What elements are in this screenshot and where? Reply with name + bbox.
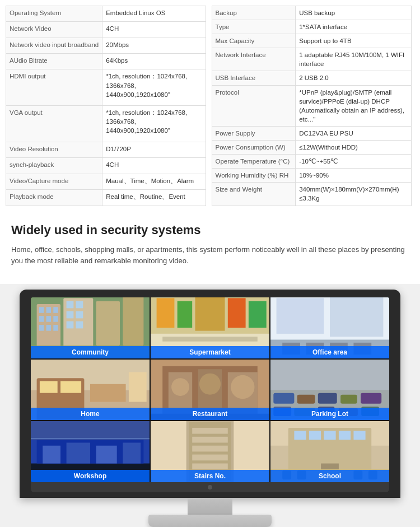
table-row: Protocol*UPnP (play&plug)/SMTP (email su…	[212, 85, 412, 126]
svg-point-56	[231, 375, 254, 399]
svg-rect-60	[273, 393, 294, 403]
spec-label: Network Interface	[212, 48, 296, 71]
svg-rect-15	[76, 311, 83, 319]
svg-rect-2	[39, 307, 44, 313]
table-row: Type1*SATA interface	[212, 20, 412, 34]
spec-label: USB Interface	[212, 71, 296, 85]
marketing-description: Home, office, schools, shopping malls, o…	[11, 244, 409, 268]
spec-value: ≤12W(Without HDD)	[296, 141, 412, 155]
specs-section: Operating SystemEmbedded Linux OSNetwork…	[0, 0, 420, 212]
image-grid: Community Supermarket Office area	[31, 297, 389, 482]
monitor-stand-base	[148, 515, 272, 527]
grid-cell-community: Community	[31, 297, 150, 358]
table-row: Power SupplyDC12V3A EU PSU	[212, 126, 412, 140]
spec-value: Embedded Linux OS	[102, 6, 206, 22]
svg-rect-17	[76, 321, 83, 329]
svg-rect-87	[192, 455, 228, 461]
table-row: Playback modeReal time、Routine、Event	[6, 190, 206, 206]
spec-label: HDMI output	[6, 69, 102, 106]
svg-rect-62	[318, 393, 337, 403]
table-row: Max CapacitySupport up to 4TB	[212, 34, 412, 48]
grid-cell-office: Office area	[270, 297, 389, 358]
svg-rect-96	[324, 431, 335, 440]
table-row: AUdio Bitrate64Kbps	[6, 54, 206, 69]
monitor-stand-neck	[188, 498, 232, 515]
grid-label-restaurant: Restaurant	[151, 408, 269, 420]
grid-cell-supermarket: Supermarket	[151, 297, 269, 358]
table-row: Working Humidity (%) RH10%~90%	[212, 169, 412, 183]
marketing-title: Widely used in security systems	[11, 223, 409, 237]
grid-label-school: School	[270, 470, 389, 482]
grid-cell-school: School	[270, 421, 389, 482]
spec-label: Operating System	[6, 6, 102, 22]
svg-rect-59	[270, 360, 389, 390]
svg-rect-85	[192, 437, 228, 443]
table-row: Size and Weight340mm(W)×180mm(V)×270mm(H…	[212, 183, 412, 206]
spec-label: Size and Weight	[212, 183, 296, 206]
spec-label: Network Video	[6, 22, 102, 38]
table-row: Video/Capture modeMaual、Time、Motion、Alar…	[6, 174, 206, 189]
spec-value: Real time、Routine、Event	[102, 190, 206, 206]
spec-label: Working Humidity (%) RH	[212, 169, 296, 183]
svg-rect-6	[46, 316, 51, 322]
spec-label: Network video input broadband	[6, 38, 102, 53]
spec-value: *UPnP (play&plug)/SMTP (email survice)/P…	[296, 85, 412, 126]
svg-rect-5	[39, 316, 44, 322]
svg-rect-46	[129, 372, 147, 402]
spec-value: 4CH	[102, 158, 206, 174]
svg-rect-75	[67, 443, 90, 464]
grid-cell-workshop: Workshop	[31, 421, 150, 482]
monitor-wrapper: Community Supermarket Office area	[20, 290, 400, 527]
svg-rect-25	[195, 297, 225, 331]
spec-value: 1 adaptable RJ45 10M/100M, 1 WIFI interf…	[296, 48, 412, 71]
grid-cell-parking: Parking Lot	[270, 360, 389, 421]
grid-label-office: Office area	[270, 346, 389, 358]
monitor-screen: Community Supermarket Office area	[31, 297, 389, 482]
table-row: Network Video4CH	[6, 22, 206, 38]
spec-label: Video Resolution	[6, 142, 102, 157]
grid-label-stairs: Stairs No.	[151, 470, 269, 482]
svg-rect-29	[162, 337, 258, 341]
spec-value: 10%~90%	[296, 169, 412, 183]
spec-label: Protocol	[212, 85, 296, 126]
spec-label: Power Consumption (W)	[212, 141, 296, 155]
grid-label-home: Home	[31, 408, 150, 420]
svg-rect-76	[96, 446, 117, 464]
svg-rect-4	[53, 307, 58, 313]
svg-rect-44	[60, 381, 81, 393]
svg-rect-77	[123, 443, 141, 464]
svg-rect-13	[76, 301, 83, 309]
svg-rect-88	[192, 464, 228, 470]
spec-label: Playback mode	[6, 190, 102, 206]
grid-label-supermarket: Supermarket	[151, 346, 269, 358]
spec-value: DC12V3A EU PSU	[296, 126, 412, 140]
svg-rect-78	[31, 421, 150, 440]
svg-rect-61	[297, 395, 315, 404]
svg-rect-3	[46, 307, 51, 313]
spec-value: Maual、Time、Motion、Alarm	[102, 174, 206, 189]
table-row: Operate Temperature (°C)-10℃~+55℃	[212, 155, 412, 169]
grid-label-workshop: Workshop	[31, 470, 150, 482]
spec-value: Support up to 4TB	[296, 34, 412, 48]
table-row: HDMI output*1ch, resolution：1024x768, 13…	[6, 69, 206, 106]
svg-rect-45	[90, 384, 126, 402]
svg-rect-97	[339, 431, 351, 440]
svg-rect-26	[228, 298, 246, 328]
spec-value: 1*SATA interface	[296, 20, 412, 34]
svg-rect-14	[67, 311, 74, 319]
spec-label: Backup	[212, 6, 296, 20]
right-specs-table: BackupUSB backupType1*SATA interfaceMax …	[212, 6, 412, 206]
spec-value: 64Kbps	[102, 54, 206, 69]
svg-rect-27	[249, 301, 267, 328]
svg-rect-84	[192, 428, 228, 434]
svg-rect-64	[361, 393, 381, 403]
spec-value: D1/720P	[102, 142, 206, 157]
svg-rect-23	[157, 298, 175, 328]
table-row: BackupUSB backup	[212, 6, 412, 20]
grid-cell-stairs: Stairs No.	[151, 421, 269, 482]
svg-rect-9	[46, 325, 51, 331]
spec-label: VGA output	[6, 106, 102, 142]
spec-label: AUdio Bitrate	[6, 54, 102, 69]
svg-rect-74	[43, 446, 60, 464]
svg-rect-33	[330, 297, 383, 337]
